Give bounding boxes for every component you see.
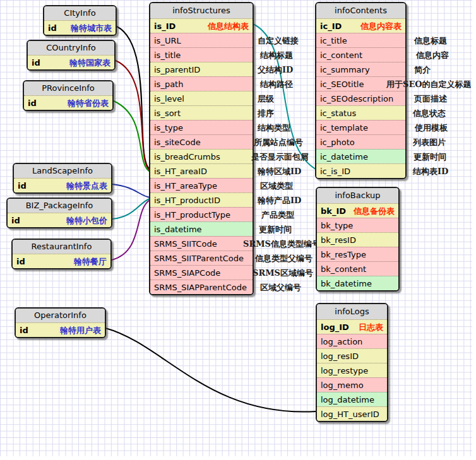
table-row-bk_datetime[interactable]: bk_datetime [317,276,398,290]
table-row-ic_template[interactable]: ic_template使用模板 [316,120,405,134]
table-BIZ_PackageInfo[interactable]: BIZ_PackageInfoid翰特小包价 [6,198,112,228]
field-comment: 翰特用户表 [60,323,101,338]
field-name: ic_SEOdescription [320,91,393,106]
field-name: id [20,323,28,338]
field-external-comment: SRMS区域编号 [253,266,313,280]
table-row-ic_datetime[interactable]: ic_datetime更新时间 [316,149,405,163]
field-comment: 翰特餐厅 [74,254,107,269]
table-row-id[interactable]: id翰特景点表 [14,178,111,192]
table-header-PRovinceInfo[interactable]: PRovinceInfo [24,81,112,95]
table-infoLogs[interactable]: infoLogslog_ID日志表log_actionlog_resIDlog_… [316,303,388,422]
table-row-ic_SEOtitle[interactable]: ic_SEOtitle用于SEO的自定义标题 [316,76,405,91]
table-OperatorInfo[interactable]: OperatorInfoid翰特用户表 [15,307,106,338]
table-row-bk_resID[interactable]: bk_resID [317,232,398,247]
table-row-SRMS_SIITCode[interactable]: SRMS_SIITCodeSRMS信息类型编号 [150,236,253,251]
field-external-comment: 是否显示面包屑 [251,150,309,164]
field-name: ic_content [320,48,362,62]
field-comment: 翰特小包价 [66,213,107,228]
table-RestaurantInfo[interactable]: RestaurantInfoid翰特餐厅 [11,239,112,269]
table-row-log_ID[interactable]: log_ID日志表 [317,319,387,334]
relationship-line-CItyInfo.id-to-infoStructures.is_HT_areaID[interactable] [117,27,150,169]
field-external-comment: 结构表ID [413,164,448,179]
table-row-log_action[interactable]: log_action [317,334,387,348]
table-row-is_path[interactable]: is_path结构路径 [150,76,253,91]
field-name: log_restype [321,363,368,378]
field-external-comment: 用于SEO的自定义标题 [386,77,472,91]
table-header-infoContents[interactable]: infoContents [316,3,405,18]
table-PRovinceInfo[interactable]: PRovinceInfoid翰特省份表 [23,80,114,111]
table-row-id[interactable]: id翰特省份表 [24,95,112,110]
table-row-ic_SEOdescription[interactable]: ic_SEOdescription页面描述 [316,91,405,105]
table-row-bk_resType[interactable]: bk_resType [317,247,398,261]
table-COuntryInfo[interactable]: COuntryInfoid翰特国家表 [27,40,116,71]
table-row-is_ID[interactable]: is_ID信息结构表 [150,18,253,33]
table-row-bk_ID[interactable]: bk_ID信息备份表 [317,203,398,218]
table-row-is_sort[interactable]: is_sort排序 [150,105,253,120]
relationship-line-RestaurantInfo.id-to-infoStructures.is_HT_productID[interactable] [112,200,150,260]
table-header-RestaurantInfo[interactable]: RestaurantInfo [13,240,110,254]
field-name: ic_photo [320,135,355,150]
table-row-is_parentID[interactable]: is_parentID父结构ID [150,62,253,76]
table-header-CItyInfo[interactable]: CItyInfo [44,6,116,20]
table-header-BIZ_PackageInfo[interactable]: BIZ_PackageInfo [8,199,111,213]
table-row-ic_summary[interactable]: ic_summary简介 [316,62,405,76]
table-row-ic_is_ID[interactable]: ic_is_ID结构表ID [316,163,405,178]
table-header-LandScapeInfo[interactable]: LandScapeInfo [14,164,111,178]
table-header-infoLogs[interactable]: infoLogs [317,304,387,319]
table-row-is_level[interactable]: is_level层级 [150,91,253,105]
field-name: bk_resType [321,247,366,262]
table-row-is_HT_productType[interactable]: is_HT_productType产品类型 [150,207,253,221]
canvas-right-edge [472,0,476,460]
table-row-log_resID[interactable]: log_resID [317,348,387,363]
field-name: is_parentID [154,62,200,77]
table-infoContents[interactable]: infoContentsic_ID信息内容表ic_title信息标题ic_con… [315,2,407,179]
er-diagram-canvas[interactable]: CItyInfoid翰特城市表COuntryInfoid翰特国家表PRovinc… [0,0,476,460]
table-row-ic_content[interactable]: ic_content信息内容 [316,47,405,62]
table-header-infoBackup[interactable]: infoBackup [317,188,398,203]
table-row-is_HT_productID[interactable]: is_HT_productID翰特产品ID [150,192,253,207]
field-name: id [18,179,27,193]
table-row-is_HT_areaType[interactable]: is_HT_areaType区域类型 [150,178,253,192]
relationship-line-PRovinceInfo.id-to-infoStructures.is_HT_areaID[interactable] [114,101,150,172]
table-row-is_title[interactable]: is_title结构标题 [150,47,253,62]
relationship-line-OperatorInfo.id-to-infoLogs.log_HT_userID[interactable] [105,328,316,412]
table-row-is_datetime[interactable]: is_datetime更新时间 [150,221,253,236]
table-row-is_HT_areaID[interactable]: is_HT_areaID翰特区域ID [150,163,253,178]
table-LandScapeInfo[interactable]: LandScapeInfoid翰特景点表 [13,163,112,194]
table-header-COuntryInfo[interactable]: COuntryInfo [28,41,114,55]
table-row-id[interactable]: id翰特城市表 [44,20,116,35]
table-row-is_breadCrumbs[interactable]: is_breadCrumbs是否显示面包屑 [150,149,253,163]
table-row-SRMS_SIITParentCode[interactable]: SRMS_SIITParentCode信息类型父编号 [150,251,253,265]
table-header-infoStructures[interactable]: infoStructures [150,3,253,18]
table-CItyInfo[interactable]: CItyInfoid翰特城市表 [43,5,117,36]
table-row-log_restype[interactable]: log_restype [317,363,387,377]
table-row-id[interactable]: id翰特餐厅 [13,254,110,268]
table-row-id[interactable]: id翰特用户表 [16,322,105,337]
table-row-log_memo[interactable]: log_memo [317,377,387,392]
table-row-ic_status[interactable]: ic_status信息状态 [316,105,405,120]
table-infoBackup[interactable]: infoBackupbk_ID信息备份表bk_typebk_resIDbk_re… [316,187,400,292]
table-row-SRMS_SIAPParentCode[interactable]: SRMS_SIAPParentCode区域父编号 [150,280,253,294]
field-name: log_ID [321,320,349,334]
field-name: is_type [154,121,183,135]
table-row-is_siteCode[interactable]: is_siteCode所属站点编号 [150,134,253,149]
table-row-ic_title[interactable]: ic_title信息标题 [316,33,405,47]
relationship-line-BIZ_PackageInfo.id-to-infoStructures.is_HT_productID[interactable] [112,199,150,219]
table-row-SRMS_SIAPCode[interactable]: SRMS_SIAPCodeSRMS区域编号 [150,265,253,280]
table-row-is_type[interactable]: is_type结构类型 [150,120,253,134]
field-name: is_ID [154,19,176,33]
table-row-ic_ID[interactable]: ic_ID信息内容表 [316,18,405,33]
field-comment: 翰特城市表 [71,21,112,35]
relationship-line-LandScapeInfo.id-to-infoStructures.is_HT_productID[interactable] [112,184,150,198]
table-row-id[interactable]: id翰特国家表 [28,55,114,69]
field-name: is_path [154,77,183,91]
table-row-ic_photo[interactable]: ic_photo列表图片 [316,134,405,149]
table-row-id[interactable]: id翰特小包价 [8,213,111,227]
table-header-OperatorInfo[interactable]: OperatorInfo [16,309,105,322]
table-row-bk_type[interactable]: bk_type [317,218,398,232]
table-infoStructures[interactable]: infoStructuresis_ID信息结构表is_URL自定义链接is_ti… [149,2,254,295]
table-row-log_datetime[interactable]: log_datetime [317,392,387,406]
table-row-bk_content[interactable]: bk_content [317,261,398,276]
table-row-is_URL[interactable]: is_URL自定义链接 [150,33,253,47]
table-row-log_HT_userID[interactable]: log_HT_userID [317,406,387,421]
